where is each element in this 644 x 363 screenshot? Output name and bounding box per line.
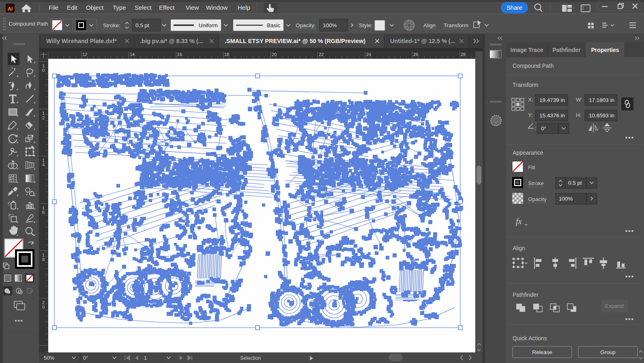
svg-text:Release: Release xyxy=(532,349,552,355)
svg-text:Object: Object xyxy=(86,4,104,11)
svg-text:2: 2 xyxy=(42,115,45,120)
svg-text:8: 8 xyxy=(42,257,45,262)
svg-text:Stroke:: Stroke: xyxy=(103,22,120,28)
svg-text:fx: fx xyxy=(516,217,522,226)
svg-text:Appearance: Appearance xyxy=(513,149,543,156)
svg-text:.big pv.ai* @ 8.33 % (...: .big pv.ai* @ 8.33 % (... xyxy=(140,38,203,44)
svg-text:100%: 100% xyxy=(323,22,337,28)
svg-text:Align: Align xyxy=(423,22,436,28)
svg-text:Window: Window xyxy=(206,4,228,11)
svg-text:Opacity:: Opacity: xyxy=(296,22,316,28)
svg-text:6: 6 xyxy=(42,210,45,215)
svg-text:Style:: Style: xyxy=(359,22,373,28)
svg-text:Effect: Effect xyxy=(159,4,175,11)
svg-text:4: 4 xyxy=(42,162,45,167)
svg-text:Transform: Transform xyxy=(444,22,468,28)
svg-text:0.5 pt: 0.5 pt xyxy=(135,22,149,28)
svg-text:.SMALL ETSY PREVIEW.ai* @ 50 %: .SMALL ETSY PREVIEW.ai* @ 50 % (RGB/Prev… xyxy=(225,38,365,44)
svg-text:Expand: Expand xyxy=(605,303,624,309)
svg-text:Ai: Ai xyxy=(8,6,13,12)
svg-text:X:: X: xyxy=(528,97,533,103)
svg-text:Type: Type xyxy=(113,4,126,11)
svg-text:Group: Group xyxy=(600,349,616,355)
svg-text:16: 16 xyxy=(177,52,182,57)
svg-text:10.6593 in: 10.6593 in xyxy=(589,112,614,119)
svg-text:22: 22 xyxy=(319,52,324,57)
svg-text:Selection: Selection xyxy=(240,355,261,361)
svg-text:W:: W: xyxy=(576,97,582,103)
svg-text:H:: H: xyxy=(576,112,582,118)
svg-text:17.1803 in: 17.1803 in xyxy=(589,97,614,103)
svg-text:26: 26 xyxy=(413,52,418,57)
svg-text:Stroke: Stroke xyxy=(528,180,544,186)
svg-text:Y:: Y: xyxy=(528,112,533,118)
svg-text:Help: Help xyxy=(238,4,250,11)
svg-text:Transform: Transform xyxy=(513,82,538,88)
svg-text::: : xyxy=(535,125,536,131)
svg-text:12: 12 xyxy=(82,52,87,57)
svg-text:18: 18 xyxy=(224,52,229,57)
svg-text:15.4376 in: 15.4376 in xyxy=(539,112,565,119)
svg-text:Basic: Basic xyxy=(267,22,280,28)
svg-text:Share: Share xyxy=(507,4,522,11)
svg-text:0: 0 xyxy=(42,68,45,73)
svg-text:Pathfinder: Pathfinder xyxy=(513,292,539,298)
svg-text:Properties: Properties xyxy=(591,47,619,53)
svg-text:Select: Select xyxy=(135,4,152,11)
svg-text:0.5 pt: 0.5 pt xyxy=(568,180,582,186)
svg-text:Image Trace: Image Trace xyxy=(511,47,543,53)
svg-text:Edit: Edit xyxy=(67,4,78,11)
svg-text:0°: 0° xyxy=(83,355,88,361)
svg-text:View: View xyxy=(186,4,199,11)
svg-text:14: 14 xyxy=(130,52,135,57)
svg-text:Willy Wirehand Plate.dxf*: Willy Wirehand Plate.dxf* xyxy=(46,38,117,44)
svg-text:File: File xyxy=(49,4,58,11)
svg-text:Compound Path: Compound Path xyxy=(9,21,48,27)
svg-text:Fill: Fill xyxy=(528,164,535,171)
svg-text:Untitled-1* @ 12.5 % (...: Untitled-1* @ 12.5 % (... xyxy=(390,38,455,44)
svg-text:Opacity: Opacity xyxy=(528,196,547,202)
svg-text:Align: Align xyxy=(513,245,525,251)
svg-text:0°: 0° xyxy=(541,125,546,132)
svg-text:Pathfinder: Pathfinder xyxy=(552,47,581,53)
svg-text:100%: 100% xyxy=(559,196,573,202)
svg-text:50%: 50% xyxy=(44,355,54,361)
svg-text:Quick Actions: Quick Actions xyxy=(513,335,547,341)
svg-text:28: 28 xyxy=(461,52,466,57)
svg-text:0: 0 xyxy=(42,305,45,309)
svg-text:Compound Path: Compound Path xyxy=(513,63,554,69)
svg-text:1: 1 xyxy=(144,355,147,361)
svg-text:Uniform: Uniform xyxy=(199,22,218,28)
svg-text:19.4739 in: 19.4739 in xyxy=(539,97,565,103)
svg-text:24: 24 xyxy=(366,52,371,57)
svg-text:20: 20 xyxy=(272,52,277,57)
